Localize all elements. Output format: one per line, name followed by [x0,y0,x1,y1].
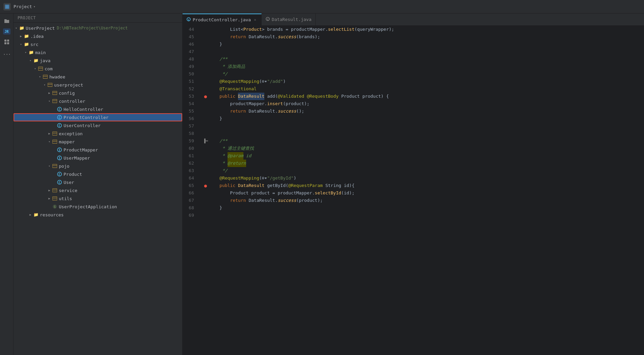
tab-label-productcontroller: ProductController.java [193,17,251,22]
line-number-52: 52 [183,85,197,93]
interface-icon: I [57,155,62,161]
class-icon: C [57,115,62,120]
code-segment: return [230,33,246,41]
tree-item-idea[interactable]: ▶📁.idea [14,32,182,40]
class-icon: C [57,123,62,128]
file-tree: ▾📁UserProjectD:\HBTeachProject\UserProje… [14,23,182,355]
tree-item-config[interactable]: ▶ config [14,89,182,97]
file-tree-header: Project [14,14,182,23]
tree-item-productcontroller[interactable]: ▶ C ProductController [14,113,182,121]
svg-text:C: C [59,108,61,111]
code-segment: ( [259,174,262,182]
line-number-45: 45 [183,33,197,41]
tree-item-userproject_pkg[interactable]: ▾ userproject [14,81,182,89]
code-segment: @RequestMapping [219,174,259,182]
tree-item-utils[interactable]: ▶ utils [14,194,182,203]
tab-dataresult[interactable]: C DataResult.java [262,14,316,25]
tree-item-product[interactable]: ▶ C Product [14,170,182,178]
tab-productcontroller[interactable]: C ProductController.java ✕ [183,14,262,25]
svg-text:C: C [188,19,189,21]
package-icon [47,82,53,88]
code-segment: DataResult. [246,108,278,115]
code-line-55: return DataResult.success(); [202,108,644,115]
code-line-69 [202,212,644,219]
line-number-63: 63 [183,167,197,174]
code-line-54: productMapper.insert(product); [202,100,644,108]
svg-rect-3 [7,40,9,42]
line-number-57: 57 [183,122,197,130]
code-segment: return [230,197,246,204]
code-line-64: @RequestMapping(⊙▾"/getById") [202,174,644,182]
line-number-59: 59 [183,137,197,145]
tree-arrow-src: ▾ [18,42,24,47]
svg-rect-38 [52,197,57,200]
tab-icon-dataresult: C [266,17,270,22]
code-segment: selectList [328,26,354,33]
tree-item-resources[interactable]: ▶📁resources [14,211,182,219]
svg-rect-8 [43,75,48,78]
tab-close-productcontroller[interactable]: ✕ [253,17,257,22]
tree-label-resources: resources [40,212,64,217]
path-hint-userproject: D:\HBTeachProject\UserProject [57,26,128,30]
svg-rect-6 [38,67,43,70]
tree-item-com[interactable]: ▾ com [14,65,182,73]
package-icon [52,188,57,193]
tree-item-productmapper[interactable]: ▶ I ProductMapper [14,146,182,154]
tree-item-mapper[interactable]: ▾ mapper [14,138,182,146]
tree-label-src: src [30,42,38,47]
tree-item-main[interactable]: ▾📁main [14,48,182,56]
code-line-46: } [202,41,644,48]
tree-item-usermapper[interactable]: ▶ I UserMapper [14,154,182,162]
class-icon: C [57,171,62,177]
code-line-60: * 通过主键查找 [202,145,644,152]
top-bar: Project ▾ [0,0,644,14]
folder-view-button[interactable] [2,16,11,26]
code-segment: ⊙▾ [262,174,267,182]
more-tools-button[interactable]: ··· [2,49,11,59]
code-content[interactable]: List<Product> brands = productMapper.sel… [199,26,644,355]
tree-item-controller[interactable]: ▾ controller [14,97,182,105]
code-line-66: Product product = productMapper.selectBy… [202,189,644,197]
code-segment [209,108,230,115]
structure-button[interactable] [2,37,11,47]
tree-item-service[interactable]: ▶ service [14,186,182,194]
code-segment: (product); [296,197,323,204]
tree-item-src[interactable]: ▾📁src [14,40,182,48]
tree-arrow-userproject_pkg: ▾ [42,82,47,88]
code-segment: success [278,197,296,204]
tree-item-exception[interactable]: ▶ exception [14,129,182,138]
tree-item-hellocontroller[interactable]: ▶ C HelloController [14,105,182,113]
tree-label-usermapper: UserMapper [64,156,90,161]
svg-rect-24 [52,140,57,143]
line-number-49: 49 [183,63,197,70]
code-segment: public [219,93,235,100]
tree-item-java[interactable]: ▾📁java [14,56,182,65]
folder-icon: 📁 [19,25,24,31]
code-segment [209,182,219,189]
code-segment: "/getById" [267,174,293,182]
code-segment: */ [209,70,228,78]
code-segment: * [209,152,228,160]
tree-item-userproject[interactable]: ▾📁UserProjectD:\HBTeachProject\UserProje… [14,24,182,32]
code-line-50: */ [202,70,644,78]
code-line-45: return DataResult.success(brands); [202,33,644,41]
code-segment: (product); [283,100,309,108]
code-line-61: * @param id [202,152,644,160]
code-line-68: } [202,204,644,212]
tree-label-mapper: mapper [59,139,75,144]
svg-rect-4 [4,42,6,44]
folder-icon: 📁 [28,50,34,55]
code-segment [235,182,238,189]
line-glyph-59: ▐═ [202,137,209,145]
tree-item-userprojectapp[interactable]: ▶ S UserProjectApplication [14,203,182,211]
tree-label-java: java [40,58,50,63]
code-line-52: @Transactional [202,85,644,93]
tree-arrow-pojo: ▾ [47,163,52,169]
tree-item-usercontroller[interactable]: ▶ C UserController [14,121,182,129]
tree-item-pojo[interactable]: ▾ pojo [14,162,182,170]
tree-item-hwadee[interactable]: ▾ hwadee [14,73,182,81]
code-segment: > brands = productMapper. [262,26,328,33]
project-title[interactable]: Project ▾ [14,4,35,9]
jr-button[interactable]: JR [3,28,10,34]
tree-item-user[interactable]: ▶ C User [14,178,182,186]
